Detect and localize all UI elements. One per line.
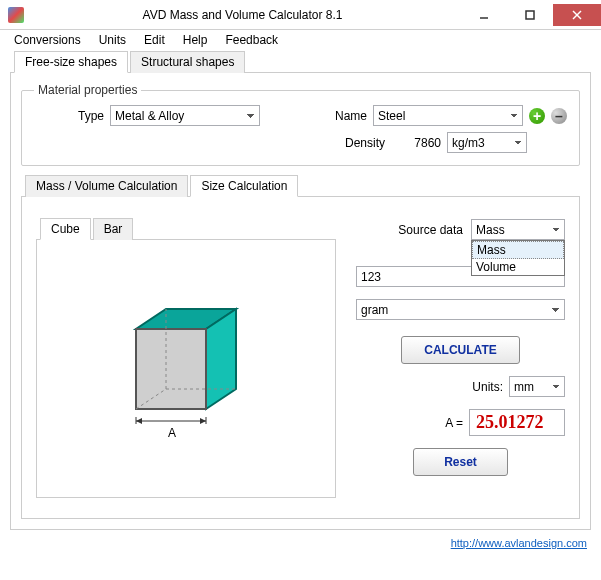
add-material-icon[interactable]: + [529,108,545,124]
menubar: Conversions Units Edit Help Feedback [0,30,601,50]
svg-rect-1 [526,11,534,19]
tab-mass-volume[interactable]: Mass / Volume Calculation [25,175,188,197]
top-tabs: Free-size shapes Structural shapes [10,50,591,73]
density-value: 7860 [391,136,441,150]
minimize-button[interactable] [461,4,507,26]
menu-conversions[interactable]: Conversions [6,31,89,49]
tab-structural-shapes[interactable]: Structural shapes [130,51,245,73]
tab-size-calculation[interactable]: Size Calculation [190,175,298,197]
material-properties-group: Material properties Type Metal & Alloy N… [21,83,580,166]
footer-link[interactable]: http://www.avlandesign.com [451,537,587,549]
source-option-mass[interactable]: Mass [472,241,564,259]
shape-tab-bar[interactable]: Bar [93,218,134,240]
menu-units[interactable]: Units [91,31,134,49]
svg-marker-14 [200,418,206,424]
cube-icon: A [96,279,276,459]
menu-feedback[interactable]: Feedback [217,31,286,49]
source-dropdown-list[interactable]: Mass Volume [471,240,565,276]
calc-tab-body: Cube Bar [21,197,580,519]
titlebar: AVD Mass and Volume Calculator 8.1 [0,0,601,30]
svg-marker-13 [136,418,142,424]
maximize-button[interactable] [507,4,553,26]
density-label: Density [325,136,385,150]
menu-help[interactable]: Help [175,31,216,49]
name-select[interactable]: Steel [373,105,523,126]
type-select[interactable]: Metal & Alloy [110,105,260,126]
source-data-select[interactable]: Mass [471,219,565,240]
svg-rect-6 [136,329,206,409]
window-controls [461,4,601,26]
type-label: Type [34,109,104,123]
calculate-button[interactable]: CALCULATE [401,336,519,364]
result-var-label: A = [445,416,463,430]
close-button[interactable] [553,4,601,26]
shape-panel: Cube Bar [36,217,336,498]
tab-free-size-shapes[interactable]: Free-size shapes [14,51,128,73]
material-legend: Material properties [34,83,141,97]
units-label: Units: [472,380,503,394]
window-title: AVD Mass and Volume Calculator 8.1 [24,8,461,22]
source-data-label: Source data [398,223,463,237]
density-unit-select[interactable]: kg/m3 [447,132,527,153]
top-tab-body: Material properties Type Metal & Alloy N… [10,73,591,530]
result-value: 25.01272 [469,409,565,436]
source-unit-select[interactable]: gram [356,299,565,320]
calc-tabs: Mass / Volume Calculation Size Calculati… [21,174,580,197]
source-option-volume[interactable]: Volume [472,259,564,275]
menu-edit[interactable]: Edit [136,31,173,49]
result-unit-select[interactable]: mm [509,376,565,397]
app-icon [8,7,24,23]
footer: http://www.avlandesign.com [0,534,601,556]
reset-button[interactable]: Reset [413,448,508,476]
shape-diagram: A [36,240,336,498]
name-label: Name [307,109,367,123]
shape-tab-cube[interactable]: Cube [40,218,91,240]
remove-material-icon[interactable]: – [551,108,567,124]
dim-label: A [168,426,176,440]
right-panel: Source data Mass Mass Volume gram CALCUL… [356,217,565,498]
